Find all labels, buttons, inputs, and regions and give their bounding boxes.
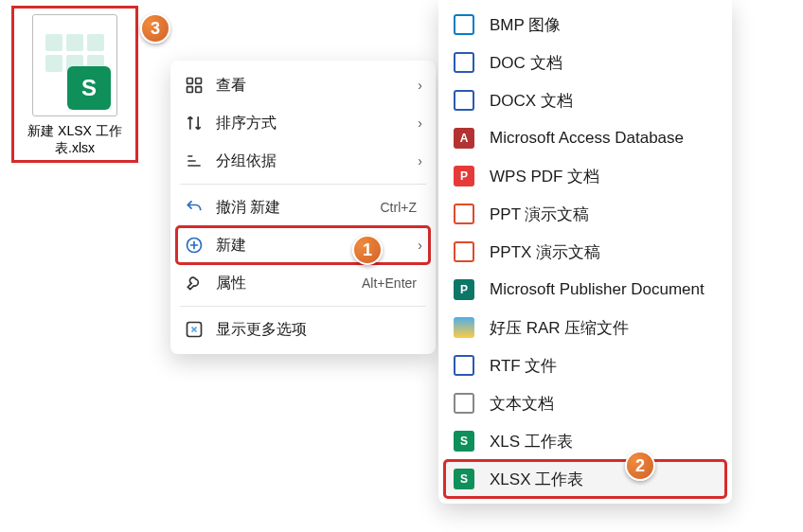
- context-menu: 查看 › 排序方式 › 分组依据 › 撤消 新建 Ctrl+Z 新建 › 属性: [170, 61, 436, 354]
- rar-file-icon: [454, 317, 474, 338]
- group-icon: [184, 151, 205, 171]
- menu-separator: [180, 184, 426, 185]
- submenu-item-rtf[interactable]: W RTF 文件: [438, 346, 732, 384]
- submenu-item-docx[interactable]: W DOCX 文档: [438, 81, 732, 119]
- svg-rect-3: [196, 87, 202, 93]
- publisher-file-icon: P: [454, 279, 474, 300]
- menu-label: 显示更多选项: [216, 320, 422, 340]
- svg-rect-0: [187, 79, 193, 84]
- more-options-icon: [184, 319, 205, 340]
- menu-item-properties[interactable]: 属性 Alt+Enter: [170, 264, 436, 302]
- submenu-item-pptx[interactable]: P PPTX 演示文稿: [438, 233, 732, 271]
- menu-separator: [180, 306, 426, 307]
- menu-label: 排序方式: [216, 114, 411, 133]
- submenu-label: BMP 图像: [490, 14, 561, 36]
- sort-icon: [184, 113, 205, 133]
- submenu-item-xlsx[interactable]: S XLSX 工作表: [444, 460, 726, 498]
- docx-file-icon: W: [454, 90, 474, 111]
- submenu-item-txt[interactable]: ≡ 文本文档: [438, 384, 732, 422]
- xlsx-badge-icon: S: [67, 66, 111, 110]
- pptx-file-icon: P: [454, 241, 474, 262]
- submenu-label: XLSX 工作表: [490, 469, 583, 490]
- file-name-label: 新建 XLSX 工作表.xlsx: [14, 122, 135, 156]
- menu-item-view[interactable]: 查看 ›: [170, 66, 436, 104]
- menu-label: 撤消 新建: [216, 198, 381, 218]
- submenu-label: WPS PDF 文档: [490, 166, 599, 187]
- submenu-item-xls[interactable]: S XLS 工作表: [438, 422, 732, 460]
- menu-label: 分组依据: [216, 151, 411, 171]
- submenu-label: DOC 文档: [490, 52, 562, 74]
- submenu-item-bmp[interactable]: BMP 图像: [438, 6, 732, 44]
- chevron-right-icon: ›: [411, 115, 422, 131]
- plus-circle-icon: [184, 235, 205, 256]
- menu-item-more[interactable]: 显示更多选项: [170, 310, 436, 348]
- submenu-label: XLS 工作表: [490, 431, 573, 452]
- submenu-label: Microsoft Access Database: [490, 129, 684, 148]
- menu-item-group[interactable]: 分组依据 ›: [170, 142, 436, 180]
- svg-rect-1: [196, 79, 202, 84]
- menu-item-new[interactable]: 新建 ›: [176, 226, 430, 264]
- submenu-label: Microsoft Publisher Document: [490, 280, 705, 299]
- step-badge-1: 1: [352, 235, 383, 265]
- chevron-right-icon: ›: [411, 78, 422, 93]
- submenu-item-access[interactable]: A Microsoft Access Database: [438, 119, 732, 157]
- submenu-item-doc[interactable]: W DOC 文档: [438, 44, 732, 81]
- wrench-icon: [184, 273, 205, 293]
- submenu-item-rar[interactable]: 好压 RAR 压缩文件: [438, 309, 732, 346]
- menu-item-sort[interactable]: 排序方式 ›: [170, 104, 436, 142]
- submenu-label: RTF 文件: [490, 355, 557, 377]
- submenu-item-ppt[interactable]: P PPT 演示文稿: [438, 195, 732, 233]
- menu-item-undo[interactable]: 撤消 新建 Ctrl+Z: [170, 188, 436, 226]
- step-badge-2: 2: [625, 451, 655, 481]
- desktop-file[interactable]: S 新建 XLSX 工作表.xlsx: [11, 6, 138, 163]
- undo-icon: [184, 197, 205, 218]
- txt-file-icon: ≡: [454, 393, 474, 414]
- ppt-file-icon: P: [454, 204, 474, 224]
- xlsx-file-icon: S: [454, 469, 474, 489]
- step-badge-3: 3: [140, 13, 170, 44]
- bmp-file-icon: [454, 14, 474, 35]
- menu-label: 查看: [216, 76, 411, 96]
- menu-label: 属性: [216, 274, 362, 293]
- submenu-label: PPT 演示文稿: [490, 204, 589, 225]
- submenu-label: PPTX 演示文稿: [490, 241, 600, 263]
- rtf-file-icon: W: [454, 355, 474, 376]
- shortcut-text: Alt+Enter: [362, 275, 417, 291]
- new-submenu: BMP 图像 W DOC 文档 W DOCX 文档 A Microsoft Ac…: [438, 0, 732, 504]
- pdf-file-icon: P: [454, 166, 474, 186]
- xls-file-icon: S: [454, 431, 474, 452]
- doc-file-icon: W: [454, 52, 474, 73]
- access-file-icon: A: [454, 128, 474, 149]
- file-thumbnail: S: [32, 14, 117, 116]
- grid-icon: [184, 75, 205, 96]
- svg-rect-2: [187, 87, 193, 93]
- chevron-right-icon: ›: [411, 153, 422, 168]
- submenu-label: DOCX 文档: [490, 90, 573, 112]
- submenu-item-wpspdf[interactable]: P WPS PDF 文档: [438, 157, 732, 195]
- shortcut-text: Ctrl+Z: [381, 200, 418, 215]
- submenu-label: 好压 RAR 压缩文件: [490, 317, 629, 339]
- chevron-right-icon: ›: [411, 238, 422, 253]
- submenu-label: 文本文档: [490, 393, 554, 415]
- submenu-item-publisher[interactable]: P Microsoft Publisher Document: [438, 271, 732, 309]
